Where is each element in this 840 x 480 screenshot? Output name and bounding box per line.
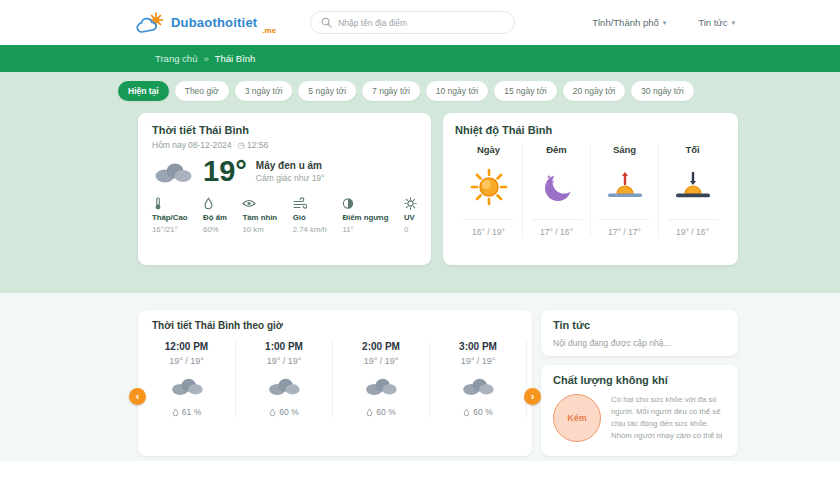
search-icon: [321, 17, 332, 28]
hour-humidity: 60 %: [333, 407, 429, 417]
period-value: 17° / 17°: [599, 219, 650, 237]
droplet-icon: [269, 408, 276, 417]
breadcrumb-separator: »: [203, 53, 208, 64]
stat-uv: UV 0: [404, 197, 417, 234]
carousel-next-button[interactable]: ›: [524, 388, 541, 405]
current-conditions-row: 19° Mây đen u ám Cảm giác như 19°: [152, 157, 417, 186]
tab-15day[interactable]: 15 ngày tới: [494, 81, 556, 101]
logo-cloud-sun-icon: [135, 11, 165, 35]
top-nav: Tỉnh/Thành phố ▾ Tin tức ▾: [592, 17, 735, 28]
hour-column: 4:00 PM 19° / 19° 60 %: [526, 341, 532, 417]
news-content: Nội dung đang được cập nhậ...: [553, 338, 726, 348]
hour-column: 1:00 PM 19° / 19° 60 %: [235, 341, 332, 417]
stat-humidity: Độ ẩm 60%: [203, 197, 227, 234]
aqi-description: Có hại cho sức khỏe với đa số người. Mỗi…: [611, 394, 726, 442]
aqi-level-badge: Kém: [553, 394, 601, 442]
nav-item-label: Tin tức: [698, 17, 727, 28]
forecast-tabs: Hiện tại Theo giờ 3 ngày tới 5 ngày tới …: [118, 81, 840, 101]
tab-30day[interactable]: 30 ngày tới: [631, 81, 693, 101]
stat-value: 10 km: [242, 225, 277, 234]
period-label: Tối: [659, 144, 726, 155]
hour-column: 12:00 PM 19° / 19° 61 %: [138, 341, 235, 417]
news-title: Tin tức: [553, 319, 726, 331]
humidity-icon: [203, 197, 214, 210]
current-temperature: 19°: [203, 157, 247, 186]
right-column: Tin tức Nội dung đang được cập nhậ... Ch…: [541, 310, 738, 456]
stat-label: UV: [404, 213, 417, 222]
sunrise-icon: [603, 169, 647, 205]
cloud-icon: [152, 159, 194, 185]
hour-humidity: 61 %: [138, 407, 235, 417]
stat-value: 11°: [342, 225, 388, 234]
breadcrumb-home-link[interactable]: Trang chủ: [155, 53, 197, 64]
logo-suffix: .me: [262, 26, 276, 35]
period-night: Đêm 17° / 16°: [522, 144, 590, 237]
stat-value: 0: [404, 225, 417, 234]
hour-time: 3:00 PM: [430, 341, 526, 352]
tab-current[interactable]: Hiện tại: [118, 81, 169, 101]
tab-7day[interactable]: 7 ngày tới: [362, 81, 420, 101]
hourly-forecast-card: Thời tiết Thái Bình theo giờ 12:00 PM 19…: [138, 310, 532, 456]
stat-label: Gió: [293, 213, 327, 222]
period-morning: Sáng 17° / 17°: [590, 144, 658, 237]
stat-wind: Gió 2.74 km/h: [293, 197, 327, 234]
hour-humidity: 60 %: [236, 407, 332, 417]
hour-time: 2:00 PM: [333, 341, 429, 352]
tab-20day[interactable]: 20 ngày tới: [563, 81, 625, 101]
droplet-icon: [366, 408, 373, 417]
tab-10day[interactable]: 10 ngày tới: [426, 81, 488, 101]
date-prefix: Hôm nay: [152, 140, 186, 150]
search-box[interactable]: [310, 11, 515, 34]
feels-like-text: Cảm giác như 19°: [256, 173, 325, 183]
clock-icon: ◷: [238, 140, 245, 150]
current-date-line: Hôm nay 08-12-2024 ◷ 12:56: [152, 140, 417, 150]
tab-3day[interactable]: 3 ngày tới: [235, 81, 293, 101]
stat-label: Điểm ngưng: [342, 213, 388, 222]
breadcrumb-current: Thái Bình: [215, 53, 256, 64]
current-weather-title: Thời tiết Thái Bình: [152, 124, 417, 136]
periods-row: Ngày 16° / 19°: [455, 144, 726, 237]
logo-text: Dubaothoitiet: [171, 15, 257, 30]
nav-item-province[interactable]: Tỉnh/Thành phố ▾: [592, 17, 666, 28]
news-card[interactable]: Tin tức Nội dung đang được cập nhậ...: [541, 310, 738, 356]
hour-temps: 19° / 19°: [138, 356, 235, 366]
stat-dewpoint: Điểm ngưng 11°: [342, 197, 388, 234]
tab-5day[interactable]: 5 ngày tới: [298, 81, 356, 101]
carousel-prev-button[interactable]: ‹: [129, 388, 146, 405]
hour-temps: 19° / 19°: [527, 356, 532, 366]
hour-time: 4:00 PM: [527, 341, 532, 352]
cloud-icon: [362, 375, 400, 397]
nav-item-news[interactable]: Tin tức ▾: [698, 17, 735, 28]
hourly-title: Thời tiết Thái Bình theo giờ: [152, 320, 532, 331]
period-value: 19° / 16°: [667, 219, 718, 237]
temperature-card-title: Nhiệt độ Thái Bình: [455, 124, 726, 136]
hourly-columns: 12:00 PM 19° / 19° 61 % 1:00 PM 19° / 19…: [138, 341, 532, 417]
air-quality-card: Chất lượng không khí Kém Có hại cho sức …: [541, 365, 738, 456]
dewpoint-icon: [342, 197, 354, 210]
chevron-down-icon: ▾: [731, 19, 735, 27]
hour-humidity: 60 %: [430, 407, 526, 417]
breadcrumb-bar: Trang chủ » Thái Bình: [0, 45, 840, 72]
time-value: 12:56: [247, 140, 268, 150]
stat-label: Thấp/Cao: [152, 213, 188, 222]
moon-icon: [537, 167, 577, 207]
stat-value: 60%: [203, 225, 227, 234]
chevron-down-icon: ▾: [663, 19, 667, 27]
period-label: Đêm: [523, 144, 590, 155]
cloud-icon: [459, 375, 497, 397]
search-input[interactable]: [338, 18, 504, 28]
hour-temps: 19° / 19°: [430, 356, 526, 366]
lower-section: Thời tiết Thái Bình theo giờ 12:00 PM 19…: [0, 293, 840, 461]
weather-stats-row: Thấp/Cao 16°/21° Độ ẩm 60% Tầm nhìn: [152, 197, 417, 234]
nav-item-label: Tỉnh/Thành phố: [592, 17, 659, 28]
period-day: Ngày 16° / 19°: [455, 144, 522, 237]
stat-value: 16°/21°: [152, 225, 188, 234]
tab-hourly[interactable]: Theo giờ: [175, 81, 229, 101]
period-value: 16° / 19°: [463, 219, 514, 237]
stat-value: 2.74 km/h: [293, 225, 327, 234]
site-logo[interactable]: Dubaothoitiet .me: [135, 11, 276, 35]
period-label: Ngày: [455, 144, 522, 155]
hero-section: Hiện tại Theo giờ 3 ngày tới 5 ngày tới …: [0, 72, 840, 293]
hour-column: 2:00 PM 19° / 19° 60 %: [332, 341, 429, 417]
droplet-icon: [463, 408, 470, 417]
